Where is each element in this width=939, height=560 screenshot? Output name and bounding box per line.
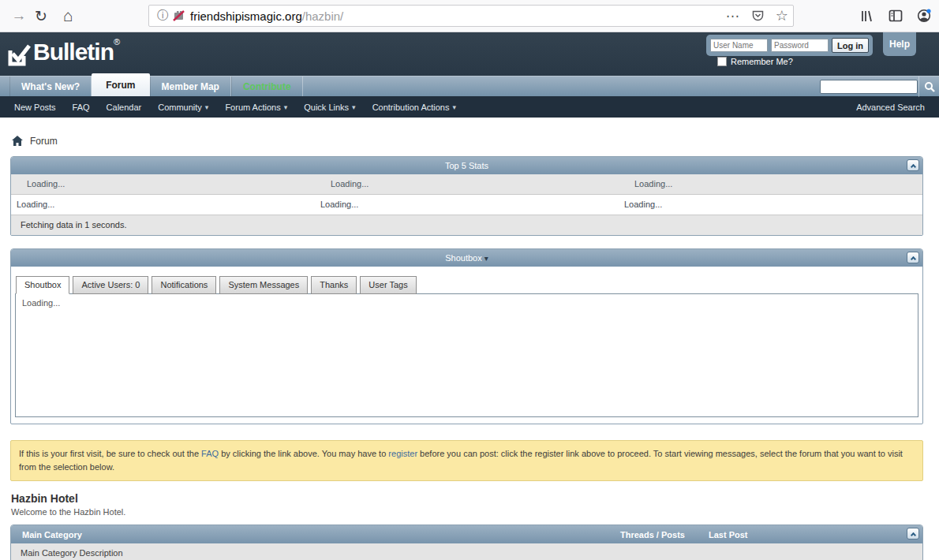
shoutbox-body: Shoutbox Active Users: 0 Notifications S… [11, 267, 922, 424]
stats-cell: Loading... [619, 174, 922, 194]
stats-fetching-status: Fetching data in 1 seconds. [11, 215, 922, 235]
sub-navbar: New Posts FAQ Calendar Community▾ Forum … [0, 96, 939, 118]
pocket-icon[interactable] [751, 9, 765, 22]
faq-link[interactable]: FAQ [201, 449, 219, 458]
stats-cell: Loading... [619, 195, 922, 215]
breadcrumb-forum[interactable]: Forum [30, 136, 58, 147]
home-icon[interactable]: ⌂ [57, 5, 79, 27]
forum-section-subtitle: Welcome to the Hazbin Hotel. [11, 507, 923, 517]
stats-cell: Loading... [315, 195, 619, 215]
main-category-panel: Main Category Threads / Posts Last Post … [10, 525, 923, 560]
search-icon [924, 81, 935, 92]
page-info-icon[interactable]: ⓘ [157, 9, 168, 23]
main-category-title[interactable]: Main Category [22, 530, 82, 539]
subnav-calendar[interactable]: Calendar [107, 103, 142, 112]
top5-stats-header: Top 5 Stats [11, 157, 922, 174]
vbulletin-logo[interactable]: Bulletin ® [8, 39, 120, 67]
plugin-blocked-icon[interactable] [173, 10, 185, 21]
shoutbox-tab-active-users[interactable]: Active Users: 0 [73, 276, 148, 294]
shoutbox-tab-thanks[interactable]: Thanks [311, 276, 357, 294]
caret-down-icon: ▾ [284, 103, 288, 111]
url-text[interactable]: friendshipismagic.org/hazbin/ [190, 9, 343, 23]
account-icon[interactable] [917, 9, 931, 23]
column-threads-posts: Threads / Posts [620, 530, 685, 539]
top5-stats-panel: Top 5 Stats Loading... Loading... Loadin… [10, 156, 923, 236]
home-icon[interactable] [12, 136, 23, 146]
shoutbox-tabs: Shoutbox Active Users: 0 Notifications S… [15, 276, 918, 294]
tab-contribute[interactable]: Contribute [231, 77, 303, 96]
stats-row-1: Loading... Loading... Loading... [11, 174, 922, 194]
tab-member-map[interactable]: Member Map [150, 77, 231, 96]
advanced-search-link[interactable]: Advanced Search [856, 103, 925, 112]
collapse-button[interactable] [907, 252, 919, 263]
search-button[interactable] [918, 77, 939, 97]
password-field[interactable] [771, 39, 829, 52]
caret-down-icon: ▾ [452, 103, 456, 111]
top5-stats-title: Top 5 Stats [445, 161, 488, 170]
collapse-button[interactable] [907, 159, 919, 171]
caret-down-icon: ▾ [352, 103, 356, 111]
main-nav-tabbar: What's New? Forum Member Map Contribute [0, 76, 939, 96]
shoutbox-tab-system-messages[interactable]: System Messages [219, 276, 308, 294]
subnav-new-posts[interactable]: New Posts [14, 103, 56, 112]
chevron-up-icon [910, 256, 915, 261]
notice-text: by clicking the link above. You may have… [219, 449, 388, 458]
chevron-up-icon [910, 163, 915, 169]
caret-down-icon: ▾ [205, 103, 209, 111]
page-content: Forum Top 5 Stats Loading... Loading... … [0, 118, 939, 560]
tab-whats-new[interactable]: What's New? [9, 77, 92, 96]
main-category-header: Main Category Threads / Posts Last Post [11, 525, 922, 543]
tab-forum[interactable]: Forum [92, 73, 149, 96]
subnav-quick-links[interactable]: Quick Links▾ [304, 103, 355, 112]
breadcrumb: Forum [12, 135, 923, 147]
first-visit-notice: If this is your first visit, be sure to … [10, 440, 923, 481]
caret-down-icon[interactable]: ▾ [484, 254, 488, 263]
stats-cell: Loading... [11, 195, 315, 215]
subnav-contribution-actions[interactable]: Contribution Actions▾ [372, 103, 456, 112]
chevron-up-icon [910, 532, 915, 538]
stats-row-2: Loading... Loading... Loading... [11, 194, 922, 215]
site-header: Bulletin ® Log in Help Remember Me? [0, 32, 939, 76]
subnav-faq[interactable]: FAQ [73, 103, 90, 112]
shoutbox-tab-notifications[interactable]: Notifications [152, 276, 216, 294]
shoutbox-tab-user-tags[interactable]: User Tags [360, 276, 416, 294]
login-button[interactable]: Log in [832, 38, 869, 53]
url-host: friendshipismagic.org [190, 9, 302, 23]
forward-icon[interactable]: → [8, 5, 30, 27]
bookmark-star-icon[interactable]: ☆ [776, 7, 788, 24]
notice-text: If this is your first visit, be sure to … [19, 449, 201, 458]
forum-section-heading: Hazbin Hotel Welcome to the Hazbin Hotel… [11, 492, 923, 517]
register-link[interactable]: register [388, 449, 417, 458]
reload-icon[interactable]: ↻ [30, 5, 52, 27]
column-last-post: Last Post [709, 530, 748, 539]
shoutbox-panel: Shoutbox ▾ Shoutbox Active Users: 0 Noti… [10, 248, 923, 424]
help-tab[interactable]: Help [883, 32, 916, 56]
url-path: /hazbin/ [302, 9, 344, 23]
search-input[interactable] [820, 80, 918, 94]
remember-me-label: Remember Me? [731, 57, 793, 66]
logo-registered-mark: ® [114, 37, 120, 47]
library-icon[interactable] [860, 9, 874, 23]
subnav-community[interactable]: Community▾ [158, 103, 208, 112]
shoutbox-tab-shoutbox[interactable]: Shoutbox [16, 276, 69, 294]
vbulletin-check-icon [8, 43, 32, 67]
login-box: Log in [706, 35, 873, 56]
url-bar[interactable]: ⓘ friendshipismagic.org/hazbin/ ⋯ ☆ [148, 5, 794, 27]
forum-section-title[interactable]: Hazbin Hotel [11, 492, 923, 505]
stats-cell: Loading... [315, 174, 619, 194]
page-actions-icon[interactable]: ⋯ [726, 8, 740, 24]
shoutbox-content: Loading... [15, 293, 918, 417]
collapse-button[interactable] [907, 528, 919, 539]
logo-text: Bulletin [33, 39, 114, 65]
stats-cell: Loading... [11, 174, 315, 194]
browser-toolbar: → ↻ ⌂ ⓘ friendshipismagic.org/hazbin/ ⋯ … [0, 0, 939, 32]
remember-me-checkbox[interactable] [717, 57, 727, 66]
shoutbox-header: Shoutbox ▾ [11, 249, 922, 267]
subnav-forum-actions[interactable]: Forum Actions▾ [225, 103, 287, 112]
remember-me: Remember Me? [717, 57, 793, 66]
main-category-description: Main Category Description [11, 543, 922, 560]
username-field[interactable] [710, 39, 768, 52]
shoutbox-title: Shoutbox [445, 253, 481, 263]
sidebar-icon[interactable] [888, 9, 903, 22]
